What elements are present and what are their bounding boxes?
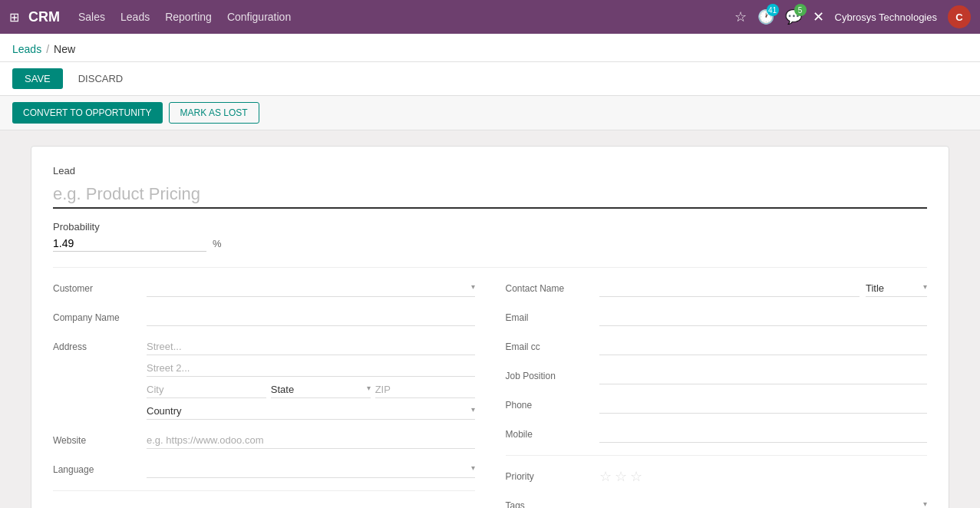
probability-label: Probability: [53, 221, 927, 233]
customer-group: Customer: [53, 280, 475, 297]
phone-group: Phone: [506, 397, 928, 414]
phone-input[interactable]: [599, 397, 928, 414]
city-state-zip-row: State: [147, 381, 475, 398]
nav-configuration[interactable]: Configuration: [227, 11, 291, 23]
top-nav: Sales Leads Reporting Configuration: [78, 11, 734, 23]
contact-name-label: Contact Name: [506, 280, 590, 294]
nav-leads[interactable]: Leads: [120, 11, 150, 23]
city-input[interactable]: [147, 381, 266, 398]
mobile-input[interactable]: [599, 426, 928, 443]
star-2[interactable]: ☆: [615, 468, 627, 485]
email-group: Email: [506, 309, 928, 326]
company-name-label: Company Name: [53, 309, 137, 323]
company-name-input[interactable]: [147, 309, 475, 326]
website-input[interactable]: [147, 432, 475, 449]
contact-name-input[interactable]: [599, 280, 860, 297]
address-fields: State Country: [147, 338, 475, 420]
customer-label: Customer: [53, 280, 137, 294]
email-cc-group: Email cc: [506, 338, 928, 355]
email-cc-field: [599, 338, 928, 355]
salesperson-field: Mitchell Admin ↗: [147, 503, 475, 508]
address-label: Address: [53, 338, 137, 352]
nav-reporting[interactable]: Reporting: [165, 11, 212, 23]
phone-field: [599, 397, 928, 414]
probability-section: Probability %: [53, 221, 927, 252]
contact-name-group: Contact Name Title: [506, 280, 928, 297]
email-input[interactable]: [599, 309, 928, 326]
tags-select[interactable]: [599, 497, 928, 508]
email-cc-input[interactable]: [599, 338, 928, 355]
customer-select[interactable]: [147, 280, 475, 297]
probability-input[interactable]: [53, 236, 206, 252]
email-cc-label: Email cc: [506, 338, 590, 352]
salesperson-select-wrapper: Mitchell Admin: [147, 503, 464, 508]
street-input[interactable]: [147, 338, 475, 355]
address-group: Address State: [53, 338, 475, 420]
job-position-group: Job Position: [506, 368, 928, 384]
salesperson-label: Salesperson: [53, 503, 137, 508]
settings-icon-btn[interactable]: ✕: [813, 8, 824, 25]
topbar: ⊞ CRM Sales Leads Reporting Configuratio…: [0, 0, 980, 34]
breadcrumb-bar: Leads / New: [0, 34, 980, 62]
mark-lost-button[interactable]: MARK AS LOST: [169, 102, 259, 124]
star-1[interactable]: ☆: [599, 468, 612, 485]
star-icon-btn[interactable]: ☆: [734, 8, 747, 25]
language-select[interactable]: [147, 461, 475, 478]
job-position-input[interactable]: [599, 368, 928, 384]
save-button[interactable]: SAVE: [12, 68, 63, 89]
main-content: Lead Probability % Customer: [0, 130, 980, 508]
activity-icon-btn[interactable]: 🕐 41: [757, 8, 774, 25]
convert-button[interactable]: CONVERT TO OPPORTUNITY: [12, 102, 163, 124]
mobile-label: Mobile: [506, 426, 590, 440]
lead-section: Lead: [53, 165, 927, 209]
user-avatar[interactable]: C: [948, 5, 971, 28]
topbar-right: ☆ 🕐 41 💬 5 ✕ Cybrosys Technologies C: [734, 5, 971, 28]
language-group: Language: [53, 461, 475, 478]
mobile-group: Mobile: [506, 426, 928, 443]
state-select[interactable]: State: [271, 381, 371, 398]
divider: [53, 267, 927, 268]
grid-icon[interactable]: ⊞: [9, 10, 19, 25]
priority-field: ☆ ☆ ☆: [599, 468, 928, 485]
website-group: Website: [53, 432, 475, 449]
zip-input[interactable]: [375, 381, 475, 398]
salesperson-select[interactable]: Mitchell Admin: [147, 503, 464, 508]
mobile-field: [599, 426, 928, 443]
salesperson-group: Salesperson Mitchell Admin ↗: [53, 503, 475, 508]
lead-label: Lead: [53, 165, 927, 176]
title-select[interactable]: Title: [866, 280, 927, 297]
priority-stars: ☆ ☆ ☆: [599, 468, 928, 485]
priority-group: Priority ☆ ☆ ☆: [506, 468, 928, 485]
discard-button[interactable]: DISCARD: [69, 68, 133, 89]
percent-sign: %: [213, 238, 222, 249]
star-3[interactable]: ☆: [630, 468, 642, 485]
salesperson-row: Mitchell Admin ↗: [147, 503, 475, 508]
email-label: Email: [506, 309, 590, 323]
job-position-label: Job Position: [506, 368, 590, 381]
lead-name-input[interactable]: [53, 181, 927, 209]
app-name: CRM: [28, 9, 60, 25]
language-field: [147, 461, 475, 478]
action-bar: SAVE DISCARD: [0, 62, 980, 96]
breadcrumb-current: New: [54, 43, 75, 55]
customer-field-wrapper: [147, 280, 475, 297]
state-select-wrapper: State: [271, 381, 371, 398]
right-column: Contact Name Title: [506, 280, 928, 508]
messages-icon-btn[interactable]: 💬 5: [785, 8, 802, 25]
title-select-wrapper: Title: [866, 280, 927, 297]
email-field: [599, 309, 928, 326]
country-select-wrapper: Country: [147, 403, 475, 420]
job-position-field: [599, 368, 928, 384]
website-field: [147, 432, 475, 449]
tags-group: Tags: [506, 497, 928, 508]
website-label: Website: [53, 432, 137, 446]
company-name: Cybrosys Technologies: [835, 12, 937, 23]
country-select[interactable]: Country: [147, 403, 475, 420]
company-name-group: Company Name: [53, 309, 475, 326]
phone-label: Phone: [506, 397, 590, 411]
street2-input[interactable]: [147, 360, 475, 377]
priority-label: Priority: [506, 468, 590, 482]
nav-sales[interactable]: Sales: [78, 11, 105, 23]
messages-badge: 5: [794, 4, 807, 16]
breadcrumb-parent[interactable]: Leads: [12, 43, 41, 55]
